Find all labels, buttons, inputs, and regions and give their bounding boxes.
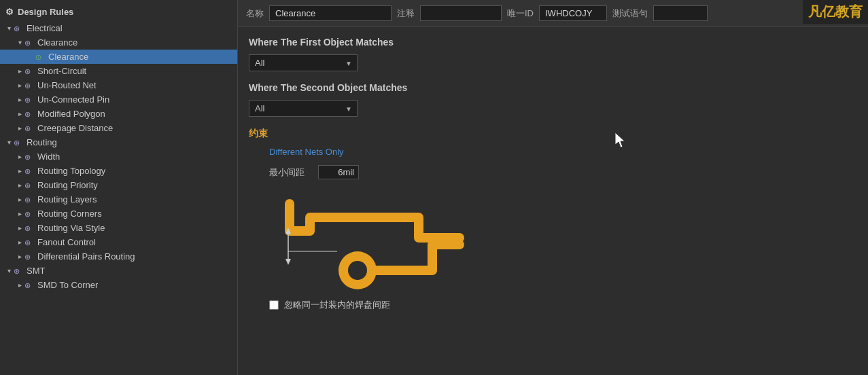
first-match-title: Where The First Object Matches: [249, 37, 857, 48]
tree-item-short-circuit[interactable]: ▸⊛Short-Circuit: [0, 64, 237, 78]
test-input[interactable]: [653, 5, 708, 21]
tree-item-routing-priority[interactable]: ▸⊛Routing Priority: [0, 178, 237, 192]
item-label-routing-via-style: Routing Via Style: [37, 223, 105, 233]
item-label-smd-to-corner: SMD To Corner: [37, 280, 98, 290]
group-icon-short-circuit: ⊛: [24, 67, 35, 75]
group-icon-fanout-control: ⊛: [24, 238, 35, 247]
second-match-dropdown[interactable]: All: [249, 100, 358, 117]
item-label-electrical: Electrical: [27, 23, 63, 33]
comment-label: 注释: [397, 7, 415, 20]
comment-input[interactable]: [420, 5, 502, 21]
first-match-dropdown[interactable]: All: [249, 54, 358, 71]
name-input[interactable]: [269, 5, 392, 21]
tree-item-routing[interactable]: ▾⊛Routing: [0, 135, 237, 149]
tree-item-modified-polygon[interactable]: ▸⊛Modified Polygon: [0, 107, 237, 121]
expand-arrow-routing[interactable]: ▾: [4, 139, 14, 146]
group-icon-width: ⊛: [24, 153, 35, 161]
group-icon-clearance-group: ⊛: [24, 39, 35, 47]
group-icon-routing: ⊛: [14, 139, 24, 147]
group-icon-smd-to-corner: ⊛: [24, 281, 35, 289]
tree-item-routing-layers[interactable]: ▸⊛Routing Layers: [0, 192, 237, 207]
tree-item-clearance-group[interactable]: ▾⊛Clearance: [0, 35, 237, 50]
group-icon-diff-pairs: ⊛: [24, 253, 35, 261]
clearance-diagram: [269, 183, 487, 292]
group-icon-un-connected-pin: ⊛: [24, 96, 35, 104]
sidebar: ⚙ Design Rules ▾⊛Electrical▾⊛Clearance⊙C…: [0, 0, 238, 375]
svg-marker-2: [285, 259, 291, 265]
item-label-routing-topology: Routing Topology: [37, 166, 105, 176]
expand-arrow-electrical[interactable]: ▾: [4, 24, 14, 32]
group-icon-electrical: ⊛: [14, 24, 24, 33]
tree-item-routing-topology[interactable]: ▸⊛Routing Topology: [0, 164, 237, 178]
expand-arrow-clearance-group[interactable]: ▾: [15, 39, 24, 46]
item-label-routing: Routing: [27, 137, 57, 147]
sidebar-title-label: Design Rules: [18, 7, 73, 17]
watermark: 凡亿教育: [803, 0, 868, 24]
group-icon-un-routed-net: ⊛: [24, 82, 35, 90]
sidebar-title: ⚙ Design Rules: [0, 3, 237, 21]
expand-arrow-short-circuit[interactable]: ▸: [15, 67, 24, 75]
expand-arrow-routing-priority[interactable]: ▸: [15, 181, 24, 189]
item-label-routing-corners: Routing Corners: [37, 209, 102, 219]
uid-label: 唯一ID: [507, 7, 534, 20]
different-nets-label: Different Nets Only: [269, 147, 857, 157]
design-rules-icon: ⚙: [5, 7, 14, 17]
group-icon-routing-priority: ⊛: [24, 181, 35, 190]
ignore-pad-checkbox[interactable]: [269, 300, 279, 310]
expand-arrow-modified-polygon[interactable]: ▸: [15, 110, 24, 118]
tree-item-width[interactable]: ▸⊛Width: [0, 149, 237, 164]
tree-item-diff-pairs[interactable]: ▸⊛Differential Pairs Routing: [0, 249, 237, 264]
expand-arrow-smd-to-corner[interactable]: ▸: [15, 281, 24, 289]
expand-arrow-routing-via-style[interactable]: ▸: [15, 224, 24, 232]
tree-item-un-routed-net[interactable]: ▸⊛Un-Routed Net: [0, 78, 237, 92]
diagram-area: [269, 183, 487, 292]
min-clearance-row: 最小间距: [269, 165, 857, 179]
tree-item-routing-via-style[interactable]: ▸⊛Routing Via Style: [0, 221, 237, 235]
second-dropdown-row: All: [249, 100, 857, 117]
tree-container: ▾⊛Electrical▾⊛Clearance⊙Clearance▸⊛Short…: [0, 21, 237, 292]
item-label-clearance-rule: Clearance: [48, 52, 88, 62]
tree-item-clearance-rule[interactable]: ⊙Clearance: [0, 50, 237, 64]
expand-arrow-creepage-distance[interactable]: ▸: [15, 124, 24, 132]
item-label-un-connected-pin: Un-Connected Pin: [37, 94, 109, 105]
expand-arrow-diff-pairs[interactable]: ▸: [15, 253, 24, 260]
tree-item-fanout-control[interactable]: ▸⊛Fanout Control: [0, 235, 237, 249]
expand-arrow-un-connected-pin[interactable]: ▸: [15, 96, 24, 103]
item-label-smt: SMT: [27, 266, 45, 276]
item-label-modified-polygon: Modified Polygon: [37, 109, 105, 119]
expand-arrow-width[interactable]: ▸: [15, 153, 24, 160]
tree-item-smd-to-corner[interactable]: ▸⊛SMD To Corner: [0, 278, 237, 292]
group-icon-routing-layers: ⊛: [24, 196, 35, 204]
uid-input[interactable]: [539, 5, 607, 21]
item-label-short-circuit: Short-Circuit: [37, 66, 86, 76]
item-label-fanout-control: Fanout Control: [37, 237, 96, 247]
tree-item-smt[interactable]: ▾⊛SMT: [0, 264, 237, 278]
expand-arrow-routing-layers[interactable]: ▸: [15, 196, 24, 203]
expand-arrow-smt[interactable]: ▾: [4, 267, 14, 274]
svg-point-4: [348, 261, 367, 280]
expand-arrow-un-routed-net[interactable]: ▸: [15, 82, 24, 89]
item-label-clearance-group: Clearance: [37, 37, 77, 48]
tree-item-routing-corners[interactable]: ▸⊛Routing Corners: [0, 207, 237, 221]
expand-arrow-fanout-control[interactable]: ▸: [15, 238, 24, 246]
item-label-diff-pairs: Differential Pairs Routing: [37, 251, 135, 262]
second-dropdown-wrapper: All: [249, 100, 358, 117]
ignore-pad-label: 忽略同一封装内的焊盘间距: [284, 299, 390, 311]
group-icon-routing-corners: ⊛: [24, 210, 35, 218]
rule-icon-clearance-rule: ⊙: [35, 53, 46, 61]
group-icon-smt: ⊛: [14, 267, 24, 275]
constraint-label: 约束: [249, 128, 857, 140]
tree-item-electrical[interactable]: ▾⊛Electrical: [0, 21, 237, 35]
item-label-un-routed-net: Un-Routed Net: [37, 80, 97, 90]
group-icon-modified-polygon: ⊛: [24, 110, 35, 118]
item-label-routing-layers: Routing Layers: [37, 194, 97, 204]
test-label: 测试语句: [612, 7, 648, 20]
min-clearance-input[interactable]: [318, 165, 359, 179]
tree-item-un-connected-pin[interactable]: ▸⊛Un-Connected Pin: [0, 92, 237, 107]
expand-arrow-routing-corners[interactable]: ▸: [15, 210, 24, 217]
checkbox-row: 忽略同一封装内的焊盘间距: [269, 299, 857, 311]
tree-item-creepage-distance[interactable]: ▸⊛Creepage Distance: [0, 121, 237, 135]
expand-arrow-routing-topology[interactable]: ▸: [15, 167, 24, 175]
item-label-width: Width: [37, 151, 60, 162]
second-match-title: Where The Second Object Matches: [249, 82, 857, 93]
